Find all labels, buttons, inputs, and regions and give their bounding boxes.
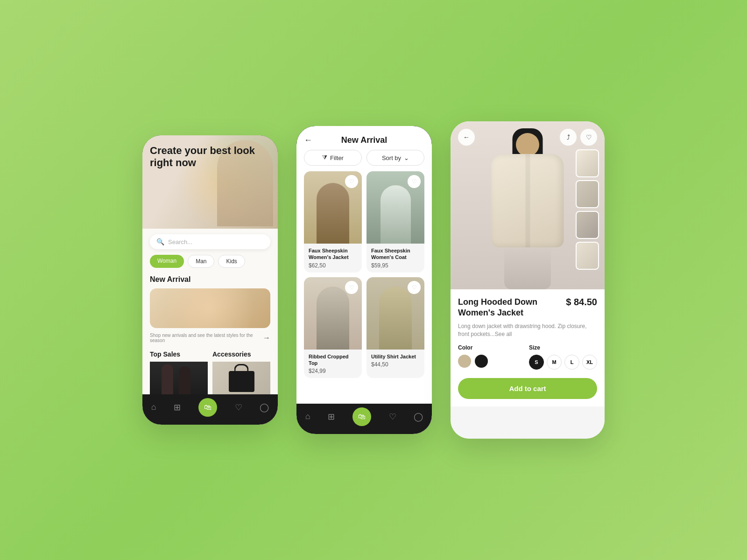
wishlist-button-3[interactable]: ♡ xyxy=(345,281,358,294)
product-detail-price: $ 84.50 xyxy=(566,297,597,308)
size-m[interactable]: M xyxy=(547,355,562,370)
color-label: Color xyxy=(458,344,515,351)
product-info-1: Faux Sheepskin Women's Jacket $62,50 xyxy=(304,244,362,273)
products-grid: ♡ Faux Sheepskin Women's Jacket $62,50 ♡… xyxy=(296,171,432,378)
product-price-4: $44,50 xyxy=(371,361,420,368)
hero-title: Create your best look right now xyxy=(150,145,278,169)
nav-home-icon[interactable]: ⌂ xyxy=(151,402,156,412)
product-price-1: $62,50 xyxy=(309,262,357,269)
home-screen: Create your best look right now 🔍 Search… xyxy=(142,135,278,425)
search-placeholder: Search... xyxy=(168,238,192,245)
product-figure-1 xyxy=(317,183,349,244)
arrival-banner[interactable] xyxy=(150,288,270,328)
nav-cart-icon[interactable]: 🛍 xyxy=(198,398,217,417)
product-info-4: Utility Shirt Jacket $44,50 xyxy=(366,350,424,371)
thumbnail-4[interactable] xyxy=(576,242,599,270)
back-button[interactable]: ← xyxy=(304,135,312,145)
product-price-2: $59,95 xyxy=(371,262,420,269)
nav-grid-icon[interactable]: ⊞ xyxy=(174,402,181,413)
product-figure-3 xyxy=(317,287,349,350)
model-body xyxy=(481,131,574,289)
arrival-description: Shop new arrivals and see the latest sty… xyxy=(150,333,270,343)
category-tabs: Woman Man Kids xyxy=(150,255,270,268)
filter-button[interactable]: ⧩ Filter xyxy=(304,150,362,166)
filter-icon: ⧩ xyxy=(322,154,327,161)
model-legs xyxy=(504,243,551,289)
bottom-nav: ⌂ ⊞ 🛍 ♡ ◯ xyxy=(142,394,278,425)
bag-icon xyxy=(229,371,254,392)
product-info-3: Ribbed Cropped Top $24,99 xyxy=(304,350,362,378)
share-icon[interactable]: ⤴ xyxy=(560,129,577,146)
product-thumbnails xyxy=(576,149,599,270)
new-arrival-screen: ← New Arrival ⧩ Filter Sort by ⌄ ♡ xyxy=(296,126,432,434)
wishlist-button-4[interactable]: ♡ xyxy=(408,281,421,294)
product-detail-title: Long Hooded Down Women's Jacket xyxy=(458,297,562,319)
product-image-1: ♡ xyxy=(304,171,362,244)
size-option-group: Size S M L XL xyxy=(529,344,597,370)
nav2-grid-icon[interactable]: ⊞ xyxy=(328,412,335,422)
nav-heart-icon[interactable]: ♡ xyxy=(235,402,242,413)
nav2-home-icon[interactable]: ⌂ xyxy=(305,412,310,421)
product-name-3: Ribbed Cropped Top xyxy=(309,353,357,367)
product-description: Long down jacket with drawstring hood. Z… xyxy=(458,322,597,338)
product-options: Color Size S M L XL xyxy=(458,344,597,370)
product-name-2: Faux Sheepskin Women's Coat xyxy=(371,247,420,261)
thumbnail-3[interactable] xyxy=(576,211,599,239)
product-detail-header: ← ⤴ ♡ xyxy=(451,121,605,149)
new-arrival-page-title: New Arrival xyxy=(341,135,387,145)
product-name-4: Utility Shirt Jacket xyxy=(371,353,420,360)
arrow-icon: → xyxy=(263,334,270,342)
product-info-2: Faux Sheepskin Women's Coat $59,95 xyxy=(366,244,424,273)
wishlist-icon[interactable]: ♡ xyxy=(580,129,597,146)
accessories-title: Accessories xyxy=(212,350,270,358)
size-xl[interactable]: XL xyxy=(582,355,597,370)
product-detail-screen: ← ⤴ ♡ xyxy=(451,121,605,439)
color-tan[interactable] xyxy=(458,355,471,368)
tab-kids[interactable]: Kids xyxy=(218,255,245,268)
thumbnail-2[interactable] xyxy=(576,180,599,208)
add-to-cart-button[interactable]: Add to cart xyxy=(458,378,597,399)
product-card-1[interactable]: ♡ Faux Sheepskin Women's Jacket $62,50 xyxy=(304,171,362,273)
thumbnail-1[interactable] xyxy=(576,149,599,177)
see-all-link[interactable]: See all xyxy=(495,331,512,337)
filter-row: ⧩ Filter Sort by ⌄ xyxy=(296,150,432,171)
wishlist-button-2[interactable]: ♡ xyxy=(408,175,421,188)
product-figure-2 xyxy=(381,185,411,244)
wishlist-button-1[interactable]: ♡ xyxy=(345,175,358,188)
product-card-3[interactable]: ♡ Ribbed Cropped Top $24,99 xyxy=(304,277,362,378)
color-option-group: Color xyxy=(458,344,515,370)
size-buttons: S M L XL xyxy=(529,355,597,370)
arrival-banner-bg xyxy=(150,288,270,328)
bottom-nav-2: ⌂ ⊞ 🛍 ♡ ◯ xyxy=(296,404,432,434)
color-black[interactable] xyxy=(475,355,488,368)
product-info: Long Hooded Down Women's Jacket $ 84.50 … xyxy=(451,289,605,406)
product-card-2[interactable]: ♡ Faux Sheepskin Women's Coat $59,95 xyxy=(366,171,424,273)
tab-woman[interactable]: Woman xyxy=(150,255,184,268)
phone-product-detail: ← ⤴ ♡ xyxy=(451,121,605,439)
search-icon: 🔍 xyxy=(156,238,164,245)
search-bar[interactable]: 🔍 Search... xyxy=(150,234,270,249)
product-image-4: ♡ xyxy=(366,277,424,350)
product-image-3: ♡ xyxy=(304,277,362,350)
product-title-row: Long Hooded Down Women's Jacket $ 84.50 xyxy=(458,297,597,319)
color-swatches xyxy=(458,355,515,368)
product-image-2: ♡ xyxy=(366,171,424,244)
product-name-1: Faux Sheepskin Women's Jacket xyxy=(309,247,357,261)
home-content: 🔍 Search... Woman Man Kids New Arrival S… xyxy=(142,229,278,409)
nav2-heart-icon[interactable]: ♡ xyxy=(389,412,396,422)
product-card-4[interactable]: ♡ Utility Shirt Jacket $44,50 xyxy=(366,277,424,378)
phone-home: Create your best look right now 🔍 Search… xyxy=(142,135,278,425)
hero-banner: Create your best look right now xyxy=(142,135,278,229)
nav2-cart-icon[interactable]: 🛍 xyxy=(352,407,371,426)
new-arrival-header: ← New Arrival xyxy=(296,126,432,150)
size-l[interactable]: L xyxy=(564,355,579,370)
nav2-user-icon[interactable]: ◯ xyxy=(414,412,423,422)
size-s[interactable]: S xyxy=(529,355,544,370)
back-button-detail[interactable]: ← xyxy=(458,129,475,146)
nav-user-icon[interactable]: ◯ xyxy=(260,402,269,413)
tab-man[interactable]: Man xyxy=(188,255,214,268)
sort-button[interactable]: Sort by ⌄ xyxy=(366,150,424,166)
chevron-down-icon: ⌄ xyxy=(404,154,409,161)
sort-label: Sort by xyxy=(382,154,401,161)
new-arrival-title: New Arrival xyxy=(150,275,270,284)
